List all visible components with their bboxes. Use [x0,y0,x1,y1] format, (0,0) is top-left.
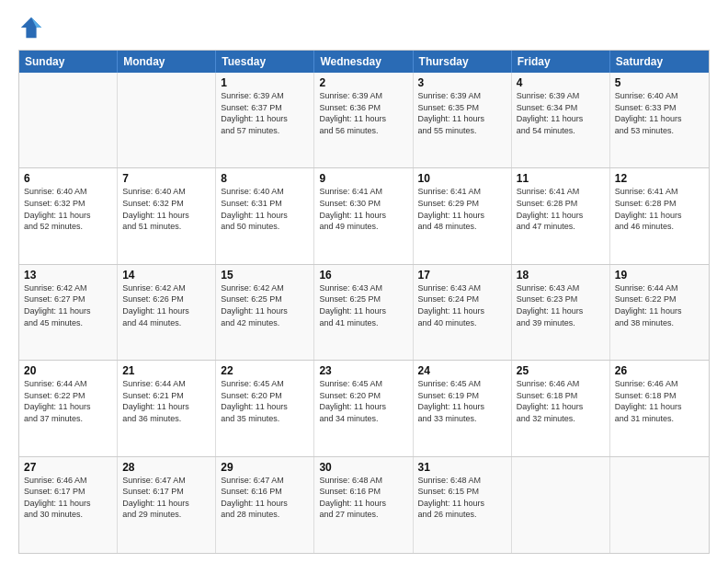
day-cell-5: 5Sunrise: 6:40 AMSunset: 6:33 PMDaylight… [610,73,709,167]
day-info: Sunrise: 6:43 AMSunset: 6:25 PMDaylight:… [319,282,407,328]
day-info: Sunrise: 6:47 AMSunset: 6:16 PMDaylight:… [221,475,309,521]
day-info: Sunrise: 6:39 AMSunset: 6:34 PMDaylight:… [517,90,605,136]
logo [18,15,48,40]
day-info: Sunrise: 6:39 AMSunset: 6:37 PMDaylight:… [221,90,309,136]
empty-cell [512,457,610,553]
day-info: Sunrise: 6:42 AMSunset: 6:25 PMDaylight:… [221,282,309,328]
day-number: 22 [221,364,309,377]
day-info: Sunrise: 6:45 AMSunset: 6:20 PMDaylight:… [221,378,309,424]
empty-cell [610,457,709,553]
day-info: Sunrise: 6:44 AMSunset: 6:21 PMDaylight:… [122,378,210,424]
calendar: SundayMondayTuesdayWednesdayThursdayFrid… [18,50,710,554]
day-number: 4 [517,76,605,89]
day-number: 19 [615,269,704,282]
day-info: Sunrise: 6:46 AMSunset: 6:17 PMDaylight:… [24,475,112,521]
day-number: 11 [517,172,605,185]
day-cell-3: 3Sunrise: 6:39 AMSunset: 6:35 PMDaylight… [414,73,512,167]
header-day-saturday: Saturday [610,51,709,73]
week-row-3: 13Sunrise: 6:42 AMSunset: 6:27 PMDayligh… [19,265,709,361]
day-number: 1 [221,76,309,89]
day-info: Sunrise: 6:41 AMSunset: 6:28 PMDaylight:… [517,186,605,232]
day-info: Sunrise: 6:40 AMSunset: 6:31 PMDaylight:… [221,186,309,232]
day-info: Sunrise: 6:41 AMSunset: 6:28 PMDaylight:… [615,186,704,232]
day-info: Sunrise: 6:42 AMSunset: 6:26 PMDaylight:… [122,282,210,328]
day-number: 7 [122,172,210,185]
day-cell-8: 8Sunrise: 6:40 AMSunset: 6:31 PMDaylight… [216,168,314,263]
day-cell-26: 26Sunrise: 6:46 AMSunset: 6:18 PMDayligh… [610,361,709,455]
day-info: Sunrise: 6:45 AMSunset: 6:19 PMDaylight:… [418,378,506,424]
header-day-monday: Monday [118,51,216,73]
day-info: Sunrise: 6:41 AMSunset: 6:29 PMDaylight:… [418,186,506,232]
day-number: 30 [319,461,407,474]
day-info: Sunrise: 6:44 AMSunset: 6:22 PMDaylight:… [615,282,704,328]
day-cell-22: 22Sunrise: 6:45 AMSunset: 6:20 PMDayligh… [216,361,314,455]
day-number: 15 [221,269,309,282]
day-number: 20 [24,364,112,377]
day-number: 12 [615,172,704,185]
day-number: 5 [615,76,704,89]
day-info: Sunrise: 6:46 AMSunset: 6:18 PMDaylight:… [615,378,704,424]
day-cell-20: 20Sunrise: 6:44 AMSunset: 6:22 PMDayligh… [19,361,118,455]
day-number: 26 [615,364,704,377]
day-number: 14 [122,269,210,282]
day-cell-18: 18Sunrise: 6:43 AMSunset: 6:23 PMDayligh… [512,265,610,360]
day-cell-27: 27Sunrise: 6:46 AMSunset: 6:17 PMDayligh… [19,457,118,553]
day-number: 10 [418,172,506,185]
header-day-friday: Friday [512,51,610,73]
day-info: Sunrise: 6:48 AMSunset: 6:15 PMDaylight:… [418,475,506,521]
header-day-sunday: Sunday [19,51,118,73]
day-cell-1: 1Sunrise: 6:39 AMSunset: 6:37 PMDaylight… [216,73,314,167]
week-row-5: 27Sunrise: 6:46 AMSunset: 6:17 PMDayligh… [19,457,709,553]
header-day-tuesday: Tuesday [216,51,314,73]
day-number: 3 [418,76,506,89]
day-cell-7: 7Sunrise: 6:40 AMSunset: 6:32 PMDaylight… [118,168,216,263]
day-info: Sunrise: 6:46 AMSunset: 6:18 PMDaylight:… [517,378,605,424]
day-info: Sunrise: 6:42 AMSunset: 6:27 PMDaylight:… [24,282,112,328]
day-number: 24 [418,364,506,377]
day-number: 23 [319,364,407,377]
day-cell-24: 24Sunrise: 6:45 AMSunset: 6:19 PMDayligh… [414,361,512,455]
day-info: Sunrise: 6:41 AMSunset: 6:30 PMDaylight:… [319,186,407,232]
day-number: 6 [24,172,112,185]
day-info: Sunrise: 6:43 AMSunset: 6:24 PMDaylight:… [418,282,506,328]
day-number: 21 [122,364,210,377]
header-day-thursday: Thursday [414,51,512,73]
day-number: 18 [517,269,605,282]
day-number: 31 [418,461,506,474]
day-info: Sunrise: 6:39 AMSunset: 6:36 PMDaylight:… [319,90,407,136]
day-cell-19: 19Sunrise: 6:44 AMSunset: 6:22 PMDayligh… [610,265,709,360]
day-cell-6: 6Sunrise: 6:40 AMSunset: 6:32 PMDaylight… [19,168,118,263]
day-cell-15: 15Sunrise: 6:42 AMSunset: 6:25 PMDayligh… [216,265,314,360]
header [18,15,710,40]
day-info: Sunrise: 6:44 AMSunset: 6:22 PMDaylight:… [24,378,112,424]
day-cell-28: 28Sunrise: 6:47 AMSunset: 6:17 PMDayligh… [118,457,216,553]
day-cell-2: 2Sunrise: 6:39 AMSunset: 6:36 PMDaylight… [314,73,413,167]
day-info: Sunrise: 6:40 AMSunset: 6:32 PMDaylight:… [24,186,112,232]
week-row-1: 1Sunrise: 6:39 AMSunset: 6:37 PMDaylight… [19,73,709,168]
calendar-body: 1Sunrise: 6:39 AMSunset: 6:37 PMDaylight… [19,73,709,553]
empty-cell [118,73,216,167]
week-row-2: 6Sunrise: 6:40 AMSunset: 6:32 PMDaylight… [19,168,709,264]
logo-icon [18,15,44,40]
day-cell-23: 23Sunrise: 6:45 AMSunset: 6:20 PMDayligh… [314,361,413,455]
day-number: 17 [418,269,506,282]
week-row-4: 20Sunrise: 6:44 AMSunset: 6:22 PMDayligh… [19,361,709,456]
day-cell-17: 17Sunrise: 6:43 AMSunset: 6:24 PMDayligh… [414,265,512,360]
day-cell-14: 14Sunrise: 6:42 AMSunset: 6:26 PMDayligh… [118,265,216,360]
day-number: 13 [24,269,112,282]
day-info: Sunrise: 6:43 AMSunset: 6:23 PMDaylight:… [517,282,605,328]
day-number: 2 [319,76,407,89]
page: SundayMondayTuesdayWednesdayThursdayFrid… [0,0,728,563]
day-cell-10: 10Sunrise: 6:41 AMSunset: 6:29 PMDayligh… [414,168,512,263]
day-info: Sunrise: 6:40 AMSunset: 6:33 PMDaylight:… [615,90,704,136]
day-info: Sunrise: 6:45 AMSunset: 6:20 PMDaylight:… [319,378,407,424]
day-cell-13: 13Sunrise: 6:42 AMSunset: 6:27 PMDayligh… [19,265,118,360]
day-number: 25 [517,364,605,377]
header-day-wednesday: Wednesday [314,51,413,73]
day-cell-29: 29Sunrise: 6:47 AMSunset: 6:16 PMDayligh… [216,457,314,553]
day-cell-12: 12Sunrise: 6:41 AMSunset: 6:28 PMDayligh… [610,168,709,263]
day-info: Sunrise: 6:48 AMSunset: 6:16 PMDaylight:… [319,475,407,521]
day-cell-25: 25Sunrise: 6:46 AMSunset: 6:18 PMDayligh… [512,361,610,455]
day-cell-21: 21Sunrise: 6:44 AMSunset: 6:21 PMDayligh… [118,361,216,455]
day-cell-31: 31Sunrise: 6:48 AMSunset: 6:15 PMDayligh… [414,457,512,553]
